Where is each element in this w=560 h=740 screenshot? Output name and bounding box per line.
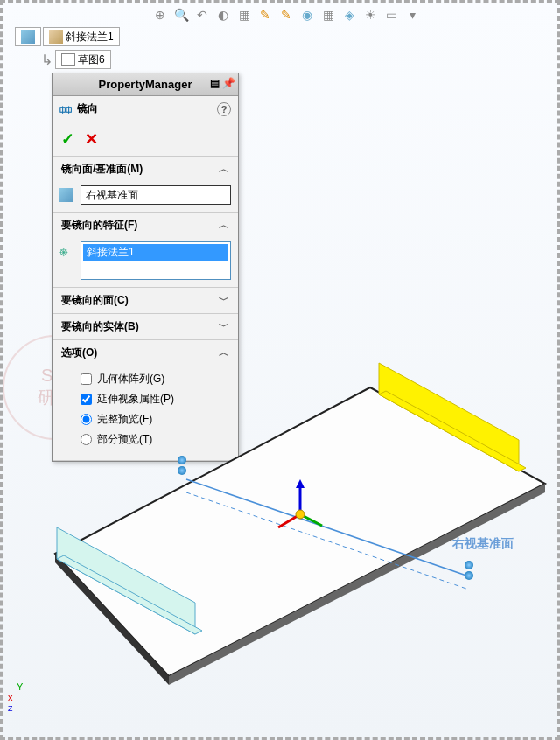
- breadcrumb: 斜接法兰1: [15, 27, 120, 46]
- svg-marker-5: [57, 527, 195, 634]
- full-preview-label: 完整预览(F): [97, 412, 152, 427]
- zoom-fit-icon[interactable]: ⊕: [151, 6, 169, 24]
- svg-marker-6: [57, 555, 202, 634]
- ok-button[interactable]: ✓: [61, 129, 74, 149]
- feature-title: 镜向: [77, 101, 98, 116]
- geometry-pattern-checkbox[interactable]: [80, 373, 92, 385]
- render-icon[interactable]: ☀: [361, 6, 379, 24]
- reference-plane-label[interactable]: 右视基准面: [452, 536, 514, 552]
- section-bodies: 要镜向的实体(B) ﹀: [52, 314, 238, 340]
- chevron-down-icon: ﹀: [219, 319, 229, 334]
- panel-actions: ✓ ✕: [52, 122, 238, 157]
- help-icon[interactable]: ?: [217, 102, 231, 116]
- zoom-area-icon[interactable]: 🔍: [172, 6, 190, 24]
- zoom-prev-icon[interactable]: ↶: [193, 6, 211, 24]
- feature-list-item[interactable]: 斜接法兰1: [83, 244, 228, 261]
- display-style-icon[interactable]: ✎: [256, 6, 274, 24]
- axis-y-label: Y: [17, 681, 23, 692]
- plane-handle[interactable]: [178, 456, 186, 464]
- panel-header: PropertyManager ▤ 📌: [52, 73, 238, 96]
- features-listbox[interactable]: 斜接法兰1: [80, 241, 231, 280]
- svg-marker-2: [169, 484, 545, 685]
- apply-scene-icon[interactable]: ▦: [319, 6, 337, 24]
- view-toolbar: ⊕ 🔍 ↶ ◐ ▦ ✎ ✎ ◉ ▦ ◈ ☀ ▭ ▾: [151, 6, 421, 24]
- breadcrumb-sketch[interactable]: 草图6: [55, 50, 111, 69]
- svg-marker-3: [379, 363, 519, 471]
- hide-show-icon[interactable]: ✎: [277, 6, 295, 24]
- section-view-icon[interactable]: ◐: [214, 6, 232, 24]
- section-faces-header[interactable]: 要镜向的面(C) ﹀: [52, 288, 238, 313]
- partial-preview-label: 部分预览(T): [97, 432, 152, 447]
- plane-handle[interactable]: [178, 466, 186, 475]
- svg-line-7: [186, 479, 466, 576]
- section-faces: 要镜向的面(C) ﹀: [52, 288, 238, 314]
- plane-handle[interactable]: [465, 561, 473, 569]
- propagate-label: 延伸视象属性(P): [97, 392, 174, 407]
- panel-header-title: PropertyManager: [99, 78, 192, 91]
- full-preview-radio[interactable]: [80, 414, 92, 425]
- feature-title-row: ⎅⎅ 镜向 ?: [52, 96, 238, 122]
- part-icon: [21, 30, 35, 44]
- chevron-up-icon: ︿: [219, 162, 229, 177]
- section-options: 选项(O) ︿ 几何体阵列(G) 延伸视象属性(P) 完整预览(F) 部分预览(…: [52, 340, 238, 461]
- axis-x-label: x: [8, 692, 13, 702]
- breadcrumb-sketch-label: 草图6: [78, 52, 105, 67]
- view-settings-icon[interactable]: ◈: [340, 6, 358, 24]
- feature-selector-icon: ⎈: [60, 244, 75, 260]
- breadcrumb-sub: ↳ 草图6: [41, 50, 111, 69]
- flange-icon: [49, 30, 63, 44]
- svg-marker-10: [296, 479, 304, 488]
- svg-line-11: [278, 514, 300, 527]
- svg-line-8: [186, 492, 466, 589]
- plane-handle[interactable]: [465, 571, 473, 580]
- cancel-button[interactable]: ✕: [85, 129, 98, 149]
- svg-marker-4: [379, 391, 526, 471]
- breadcrumb-feature[interactable]: 斜接法兰1: [43, 27, 120, 46]
- propagate-checkbox[interactable]: [80, 394, 92, 405]
- view-orient-icon[interactable]: ▦: [235, 6, 253, 24]
- chevron-up-icon: ︿: [219, 346, 229, 360]
- breadcrumb-feature-label: 斜接法兰1: [66, 30, 114, 45]
- section-mirror-plane: 镜向面/基准面(M) ︿: [52, 157, 238, 213]
- partial-preview-radio[interactable]: [80, 434, 92, 445]
- axis-indicator: Y x z: [8, 692, 13, 713]
- pin-icon[interactable]: 📌: [222, 77, 234, 89]
- section-features-header[interactable]: 要镜向的特征(F) ︿: [52, 213, 238, 238]
- mirror-plane-input[interactable]: [80, 185, 231, 205]
- more-icon[interactable]: ▾: [403, 6, 421, 24]
- geometry-pattern-label: 几何体阵列(G): [97, 372, 164, 387]
- breadcrumb-root[interactable]: [15, 27, 41, 46]
- property-manager-panel: PropertyManager ▤ 📌 ⎅⎅ 镜向 ? ✓ ✕ 镜向面/基准面(…: [52, 73, 239, 462]
- mirror-icon: ⎅⎅: [60, 103, 72, 115]
- edit-appearance-icon[interactable]: ◉: [298, 6, 316, 24]
- expand-icon[interactable]: ▤: [208, 77, 220, 89]
- svg-line-12: [300, 514, 322, 526]
- chevron-down-icon: ﹀: [219, 293, 229, 308]
- section-mirror-plane-header[interactable]: 镜向面/基准面(M) ︿: [52, 157, 238, 182]
- screen-capture-icon[interactable]: ▭: [382, 6, 400, 24]
- section-features: 要镜向的特征(F) ︿ ⎈ 斜接法兰1: [52, 213, 238, 288]
- section-bodies-header[interactable]: 要镜向的实体(B) ﹀: [52, 314, 238, 339]
- child-arrow-icon: ↳: [41, 52, 52, 68]
- section-options-header[interactable]: 选项(O) ︿: [52, 340, 238, 366]
- svg-marker-1: [55, 554, 169, 685]
- sketch-icon: [61, 53, 75, 66]
- chevron-up-icon: ︿: [219, 218, 229, 233]
- svg-point-13: [296, 510, 304, 519]
- plane-selector-icon: [60, 188, 75, 204]
- axis-z-label: z: [8, 702, 13, 713]
